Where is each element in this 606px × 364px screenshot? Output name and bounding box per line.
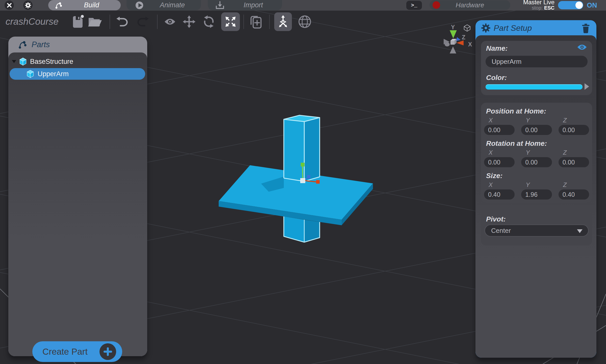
hardware-label: Hardware (430, 0, 510, 10)
pivot-value: Center (491, 227, 511, 235)
rotate-tool-button[interactable] (203, 11, 215, 33)
position-z-input[interactable] (559, 125, 589, 135)
rotation-z-input[interactable] (559, 157, 589, 167)
tree-item-basestructure[interactable]: BaseStructure (12, 56, 73, 67)
gizmo-center-handle[interactable] (300, 178, 305, 183)
global-axis-button[interactable] (298, 11, 312, 33)
gizmo-z-label: Z (462, 34, 465, 41)
parts-panel: Parts BaseStructure Up (8, 37, 147, 356)
master-live-toggle[interactable] (558, 1, 583, 9)
part-cube-icon (27, 70, 34, 78)
axis-x-label: X (489, 117, 515, 124)
gizmo-cube[interactable] (450, 39, 457, 45)
expand-triangle-icon[interactable] (12, 60, 16, 63)
part-setup-body: Name: Color: Position at Home: (475, 35, 596, 358)
axis-z-label: Z (563, 117, 589, 124)
parts-panel-title: Parts (32, 40, 50, 49)
visibility-eye-icon (577, 44, 587, 50)
view-tool-button[interactable] (164, 11, 176, 33)
neg-y-axis-cone[interactable] (450, 46, 456, 53)
name-input[interactable] (486, 56, 588, 67)
local-axis-icon (277, 15, 289, 28)
name-label: Name: (486, 44, 508, 52)
settings-button[interactable] (23, 1, 33, 10)
project-title: crashCourse (6, 16, 59, 27)
size-z-input[interactable] (559, 189, 589, 200)
tab-animate-label: Animate (144, 1, 201, 9)
pivot-card: Pivot: Center (481, 213, 592, 245)
tab-build-label: Build (62, 1, 121, 9)
terminal-glyph: >_ (411, 3, 417, 8)
tab-import[interactable]: Import (208, 0, 282, 10)
parts-tree: BaseStructure UpperArm Create Part (8, 52, 147, 356)
build-nodes-icon (55, 2, 62, 9)
chevron-down-icon (577, 229, 583, 233)
top-bar: Build Animate Import >_ Hardware (0, 0, 606, 11)
globe-icon (298, 15, 312, 29)
size-x-input[interactable] (484, 189, 515, 200)
parts-panel-header: Parts (8, 37, 147, 53)
gizmo-x-handle[interactable] (316, 180, 320, 184)
master-live-label: Master Live (505, 0, 554, 5)
close-icon (7, 3, 12, 8)
axis-z-label: Z (563, 149, 589, 156)
position-y-input[interactable] (521, 125, 552, 135)
divider (157, 15, 158, 29)
redo-button[interactable] (137, 11, 149, 33)
play-icon (135, 1, 144, 10)
tab-build[interactable]: Build (48, 0, 121, 10)
master-live-block: Master Live stop: ESC (505, 0, 554, 11)
transform-card: Position at Home: X Y Z Rotation at Home… (481, 103, 592, 203)
scale-tool-button[interactable] (221, 12, 240, 31)
color-swatch-bar[interactable] (486, 84, 583, 90)
toggle-knob[interactable] (575, 2, 583, 9)
close-button[interactable] (5, 1, 14, 10)
rotation-group-label: Rotation at Home: (486, 139, 592, 148)
tab-animate[interactable]: Animate (127, 0, 201, 10)
undo-button[interactable] (116, 11, 128, 33)
color-label: Color: (486, 74, 507, 82)
part-upperarm-upper[interactable] (284, 115, 320, 181)
gear-icon (25, 2, 31, 9)
undo-icon (116, 16, 128, 27)
part-cube-icon (19, 58, 27, 66)
axis-y-label: Y (526, 181, 552, 188)
gizmo-y-handle[interactable] (301, 163, 305, 166)
stop-label: stop: (532, 5, 543, 11)
color-expand-arrow[interactable] (585, 83, 589, 90)
hardware-button[interactable]: Hardware (430, 0, 510, 10)
size-y-input[interactable] (521, 189, 552, 200)
save-icon (71, 15, 84, 29)
move-icon (183, 15, 195, 28)
create-part-button[interactable]: Create Part (32, 341, 122, 362)
tab-import-label: Import (224, 1, 282, 9)
x-axis-cone[interactable] (457, 40, 464, 45)
rotation-x-input[interactable] (484, 157, 515, 167)
rotate-icon (203, 15, 215, 28)
terminal-button[interactable]: >_ (406, 1, 422, 10)
tree-item-upperarm[interactable]: UpperArm (10, 68, 145, 80)
redo-icon (137, 16, 149, 27)
pivot-select[interactable]: Center (485, 225, 589, 237)
local-axis-button[interactable] (274, 12, 292, 31)
position-x-input[interactable] (484, 125, 515, 135)
app-window: Y Z X (0, 0, 606, 364)
folder-icon (88, 16, 102, 27)
tree-item-label: UpperArm (38, 70, 69, 78)
rotation-y-input[interactable] (521, 157, 552, 167)
open-file-button[interactable] (88, 11, 102, 33)
divider (110, 15, 110, 29)
tree-item-label: BaseStructure (30, 58, 73, 66)
toggle-state-label: ON (587, 0, 597, 11)
duplicate-button[interactable] (249, 11, 263, 33)
axis-x-label: X (489, 149, 515, 156)
plus-icon (104, 347, 112, 356)
save-button[interactable] (71, 11, 84, 33)
z-axis-cone[interactable] (456, 37, 461, 41)
visibility-toggle[interactable] (577, 44, 587, 50)
move-tool-button[interactable] (183, 11, 195, 33)
duplicate-icon (249, 14, 263, 29)
divider (269, 15, 270, 29)
gizmo-z-handle[interactable] (307, 175, 310, 178)
eye-icon (164, 18, 176, 25)
